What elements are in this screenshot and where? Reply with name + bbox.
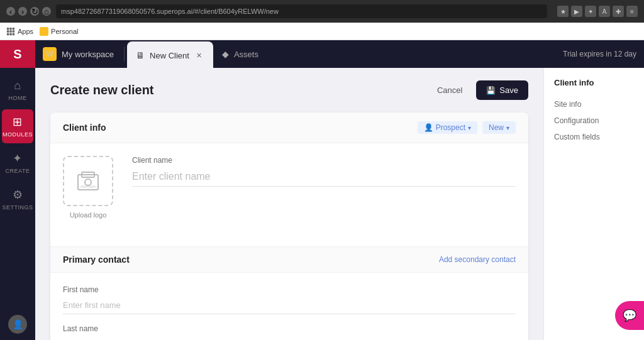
main-layout: ⌂ HOME ⊞ MODULES ✦ CREATE ⚙ SETTINGS 👤 C… (0, 68, 644, 340)
client-info-section-title: Client info (63, 123, 106, 133)
folder-icon (40, 27, 48, 36)
chat-bubble[interactable]: 💬 (615, 301, 644, 330)
personal-label: Personal (51, 28, 78, 35)
tab-close-button[interactable]: ✕ (194, 50, 204, 60)
sidebar-item-home[interactable]: ⌂ HOME (2, 73, 33, 107)
form-body: Upload logo Client name (50, 143, 528, 246)
browser-url[interactable]: msp482726877319068050576.superops.ai/#/c… (56, 4, 547, 18)
ext-btn-5[interactable]: ✚ (613, 6, 624, 17)
page-title: Create new client (50, 83, 154, 97)
browser-controls: ‹ › ↻ ⌂ (6, 7, 51, 16)
browser-bar: ‹ › ↻ ⌂ msp482726877319068050576.superop… (0, 0, 644, 23)
logo-upload[interactable]: Upload logo (63, 156, 113, 219)
new-chevron-icon: ▾ (506, 124, 509, 131)
workspace-icon: W (43, 47, 57, 61)
sidebar: ⌂ HOME ⊞ MODULES ✦ CREATE ⚙ SETTINGS 👤 (0, 68, 35, 340)
tab-assets-label: Assets (234, 50, 258, 59)
tab-bar: 🖥 New Client ✕ ◆ Assets (127, 40, 563, 68)
back-button[interactable]: ‹ (6, 7, 15, 16)
ext-btn-3[interactable]: ✦ (585, 6, 596, 17)
content-area: Create new client Cancel 💾 Save Client i… (35, 68, 543, 340)
apps-bookmark[interactable]: Apps (6, 27, 33, 36)
right-panel: Client info Site info Configuration Cust… (543, 68, 644, 340)
settings-icon: ⚙ (13, 188, 23, 202)
first-name-label: First name (63, 285, 516, 294)
right-panel-title: Client info (554, 78, 634, 87)
client-name-input[interactable] (132, 167, 516, 187)
tab-new-client-label: New Client (150, 51, 189, 60)
contact-fields: First name Last name Phone Number 🇺🇸 ▾ (50, 273, 528, 340)
tab-assets-icon: ◆ (222, 49, 229, 59)
svg-point-2 (85, 179, 91, 185)
right-panel-site-info[interactable]: Site info (554, 96, 634, 112)
home-icon: ⌂ (14, 79, 21, 92)
new-label: New (489, 123, 504, 132)
app-logo[interactable]: S (0, 40, 35, 68)
workspace-tab[interactable]: W My workspace (35, 40, 121, 68)
logo-placeholder[interactable] (63, 156, 113, 206)
user-avatar[interactable]: 👤 (8, 315, 27, 334)
first-name-input[interactable] (63, 297, 516, 314)
sidebar-item-modules[interactable]: ⊞ MODULES (2, 109, 33, 143)
client-name-field: Client name (132, 156, 516, 187)
badge-group: 👤 Prospect ▾ New ▾ (418, 121, 516, 134)
sidebar-item-modules-label: MODULES (3, 131, 33, 138)
primary-contact-header: Primary contact Add secondary contact (50, 246, 528, 273)
browser-extensions: ★ ▶ ✦ A ✚ ≡ (557, 6, 638, 17)
first-name-group: First name (63, 285, 516, 314)
last-name-input[interactable] (63, 336, 516, 340)
ext-btn-6[interactable]: ≡ (626, 6, 638, 17)
client-name-label: Client name (132, 156, 516, 165)
apps-label: Apps (18, 28, 33, 35)
modules-icon: ⊞ (13, 115, 23, 129)
sidebar-item-create-label: CREATE (6, 168, 30, 174)
home-browser-button[interactable]: ⌂ (42, 7, 51, 16)
form-card: Client info 👤 Prospect ▾ New ▾ (50, 112, 528, 340)
personal-bookmark[interactable]: Personal (40, 27, 78, 36)
tab-divider (124, 47, 125, 62)
workspace-label: My workspace (62, 50, 114, 59)
sidebar-item-settings-label: SETTINGS (2, 204, 33, 211)
last-name-label: Last name (63, 324, 516, 333)
cancel-button[interactable]: Cancel (430, 82, 470, 99)
save-button[interactable]: 💾 Save (476, 80, 528, 100)
page-header: Create new client Cancel 💾 Save (50, 80, 528, 100)
sidebar-item-create[interactable]: ✦ CREATE (2, 146, 33, 180)
prospect-icon: 👤 (424, 123, 433, 132)
chat-icon: 💬 (623, 309, 636, 322)
tab-monitor-icon: 🖥 (136, 50, 145, 60)
ext-btn-2[interactable]: ▶ (571, 6, 582, 17)
new-badge[interactable]: New ▾ (482, 121, 516, 134)
create-icon: ✦ (13, 151, 23, 165)
prospect-badge[interactable]: 👤 Prospect ▾ (418, 121, 477, 134)
app-header: S W My workspace 🖥 New Client ✕ ◆ Assets… (0, 40, 644, 68)
apps-grid-icon (6, 27, 15, 36)
refresh-button[interactable]: ↻ (30, 7, 39, 16)
header-actions: Cancel 💾 Save (430, 80, 528, 100)
add-secondary-contact-link[interactable]: Add secondary contact (439, 255, 516, 264)
upload-label: Upload logo (70, 211, 107, 219)
save-icon: 💾 (486, 86, 496, 95)
bookmarks-bar: Apps Personal (0, 23, 644, 40)
tab-assets[interactable]: ◆ Assets (213, 40, 267, 68)
last-name-group: Last name (63, 324, 516, 340)
client-info-row: Upload logo Client name (63, 156, 516, 219)
save-label: Save (499, 85, 518, 95)
right-panel-custom-fields[interactable]: Custom fields (554, 129, 634, 145)
sidebar-item-settings[interactable]: ⚙ SETTINGS (2, 182, 33, 216)
prospect-chevron-icon: ▾ (468, 124, 471, 131)
client-info-section-header: Client info 👤 Prospect ▾ New ▾ (50, 112, 528, 143)
url-text: msp482726877319068050576.superops.ai/#/c… (61, 8, 279, 15)
tab-new-client[interactable]: 🖥 New Client ✕ (127, 41, 213, 69)
right-panel-configuration[interactable]: Configuration (554, 112, 634, 129)
forward-button[interactable]: › (18, 7, 27, 16)
primary-contact-title: Primary contact (63, 255, 130, 265)
trial-notice: Trial expires in 12 day (563, 50, 644, 58)
svg-rect-3 (80, 185, 96, 188)
prospect-label: Prospect (436, 123, 465, 132)
ext-btn-1[interactable]: ★ (557, 6, 569, 17)
sidebar-item-home-label: HOME (9, 95, 27, 101)
ext-btn-4[interactable]: A (599, 6, 610, 17)
